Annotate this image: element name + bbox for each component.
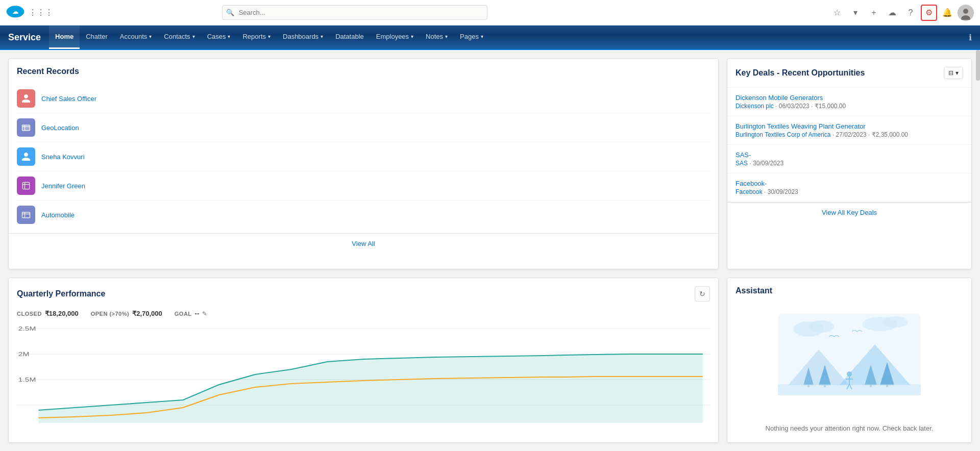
nav-item-accounts[interactable]: Accounts ▾ [114, 26, 158, 49]
record-item-sneha[interactable]: Sneha Kovvuri [17, 142, 710, 171]
help-button[interactable]: ? [902, 5, 919, 21]
nav-info-icon[interactable]: ℹ [969, 33, 972, 42]
record-item-jennifer[interactable]: Jennifer Green [17, 171, 710, 201]
nav-item-cases[interactable]: Cases ▾ [201, 26, 237, 49]
avatar-icon [959, 6, 973, 20]
deal-company-dickenson-mobile[interactable]: Dickenson plc [736, 103, 774, 110]
open-stat: OPEN (>70%) ₹2,70,000 [91, 310, 162, 317]
search-container: 🔍 [222, 5, 487, 20]
record-link-automobile[interactable]: Automobile [41, 211, 75, 219]
deal-link-facebook[interactable]: Facebook- [736, 180, 963, 187]
nav-item-notes[interactable]: Notes ▾ [420, 26, 454, 49]
goal-value: -- [195, 310, 200, 317]
nav-item-contacts[interactable]: Contacts ▾ [158, 26, 201, 49]
recent-records-title: Recent Records [9, 59, 718, 80]
gear-icon: ⚙ [925, 8, 933, 17]
record-item-chief-sales[interactable]: Chief Sales Officer [17, 84, 710, 113]
svg-point-39 [847, 371, 852, 377]
svg-point-3 [963, 9, 968, 14]
open-label: OPEN (>70%) [91, 311, 130, 317]
search-input[interactable] [222, 5, 487, 20]
nav-item-pages[interactable]: Pages ▾ [454, 26, 489, 49]
dashboards-chevron-icon: ▾ [321, 34, 323, 39]
salesforce-logo[interactable]: ☁ [6, 3, 29, 22]
bell-icon: 🔔 [942, 8, 952, 17]
assistant-title: Assistant [727, 278, 971, 304]
deal-company-burlington[interactable]: Burlington Textiles Corp of America [736, 131, 831, 138]
navigation-bar: Service Home Chatter Accounts ▾ Contacts… [0, 26, 980, 50]
deal-link-burlington[interactable]: Burlington Textiles Weaving Plant Genera… [736, 122, 963, 130]
record-icon-jennifer [17, 177, 35, 195]
settings-button[interactable]: ⚙ [921, 5, 937, 21]
record-icon-geolocation [17, 118, 35, 137]
key-deals-card: Key Deals - Recent Opportunities ⊟ ▾ Dic… [727, 58, 972, 269]
top-bar-actions: ☆ ▾ + ☁ ? ⚙ 🔔 [829, 5, 974, 21]
deal-item-sas: SAS- SAS · 30/09/2023 [727, 145, 971, 173]
record-icon-sneha [17, 147, 35, 166]
svg-rect-9 [22, 182, 29, 189]
svg-rect-38 [778, 384, 921, 395]
contacts-chevron-icon: ▾ [192, 34, 195, 39]
grid-menu-button[interactable]: ⋮⋮⋮ [33, 5, 49, 21]
quarterly-chart: 2.5M 2M 1.5M [17, 323, 710, 425]
assistant-message: Nothing needs your attention right now. … [757, 424, 942, 442]
edit-goal-icon[interactable]: ✎ [202, 310, 207, 317]
refresh-button[interactable]: ↻ [695, 286, 710, 302]
nav-item-reports[interactable]: Reports ▾ [236, 26, 277, 49]
deal-item-facebook: Facebook- Facebook · 30/09/2023 [727, 173, 971, 202]
record-link-sneha[interactable]: Sneha Kovvuri [41, 153, 85, 161]
favorites-dropdown-button[interactable]: ▾ [847, 5, 864, 21]
deal-meta-facebook: Facebook · 30/09/2023 [736, 188, 963, 195]
search-icon: 🔍 [226, 9, 234, 16]
svg-text:☁: ☁ [12, 9, 18, 15]
filter-button[interactable]: ⊟ ▾ [944, 67, 963, 79]
nav-item-home[interactable]: Home [49, 26, 80, 49]
view-all-link[interactable]: View All [352, 240, 375, 247]
cloud-icon: ☁ [888, 8, 896, 17]
deal-company-facebook[interactable]: Facebook [736, 188, 763, 195]
view-all-key-deals-link[interactable]: View All Key Deals [822, 209, 877, 216]
nav-item-dashboards[interactable]: Dashboards ▾ [277, 26, 329, 49]
record-item-automobile[interactable]: Automobile [17, 201, 710, 229]
record-link-geolocation[interactable]: GeoLocation [41, 124, 79, 132]
view-all-bar: View All [9, 233, 718, 254]
top-bar: ☁ ⋮⋮⋮ 🔍 ☆ ▾ + ☁ ? ⚙ 🔔 [0, 0, 980, 26]
deal-meta-dickenson-mobile: Dickenson plc · 06/03/2023 · ₹15,000.00 [736, 103, 963, 110]
notifications-button[interactable]: 🔔 [939, 5, 955, 21]
accounts-chevron-icon: ▾ [149, 34, 152, 39]
svg-point-27 [883, 316, 908, 328]
employees-chevron-icon: ▾ [411, 34, 413, 39]
app-name: Service [4, 26, 49, 49]
record-item-geolocation[interactable]: GeoLocation [17, 113, 710, 142]
deal-link-dickenson-mobile[interactable]: Dickenson Mobile Generators [736, 94, 963, 102]
nav-bar-right: ℹ [969, 26, 976, 49]
favorites-button[interactable]: ☆ [829, 5, 845, 21]
assistant-illustration [768, 304, 931, 424]
notes-chevron-icon: ▾ [445, 34, 448, 39]
user-avatar-button[interactable] [958, 5, 974, 21]
deal-company-sas[interactable]: SAS [736, 160, 748, 167]
cases-chevron-icon: ▾ [228, 34, 230, 39]
recent-records-card: Recent Records Chief Sales Officer [8, 58, 719, 269]
record-link-chief-sales[interactable]: Chief Sales Officer [41, 95, 96, 103]
main-content: Recent Records Chief Sales Officer [0, 50, 980, 451]
grid-icon: ⋮⋮⋮ [29, 8, 53, 17]
cloud-button[interactable]: ☁ [884, 5, 900, 21]
record-link-jennifer[interactable]: Jennifer Green [41, 182, 85, 190]
deal-meta-sas: SAS · 30/09/2023 [736, 160, 963, 167]
nav-item-chatter[interactable]: Chatter [80, 26, 114, 49]
closed-label: CLOSED [17, 311, 42, 317]
key-deals-title: Key Deals - Recent Opportunities [736, 68, 865, 78]
nav-item-employees[interactable]: Employees ▾ [370, 26, 420, 49]
nav-item-datatable[interactable]: Datatable [329, 26, 370, 49]
assistant-card: Assistant [727, 278, 972, 443]
star-icon: ☆ [834, 8, 841, 17]
perf-title: Quarterly Performance [17, 289, 105, 298]
svg-rect-5 [22, 125, 30, 131]
scroll-indicator[interactable] [976, 50, 980, 81]
svg-marker-22 [38, 354, 702, 423]
add-button[interactable]: + [866, 5, 882, 21]
closed-value: ₹18,20,000 [45, 310, 79, 317]
deal-link-sas[interactable]: SAS- [736, 151, 963, 159]
svg-rect-12 [22, 212, 30, 218]
